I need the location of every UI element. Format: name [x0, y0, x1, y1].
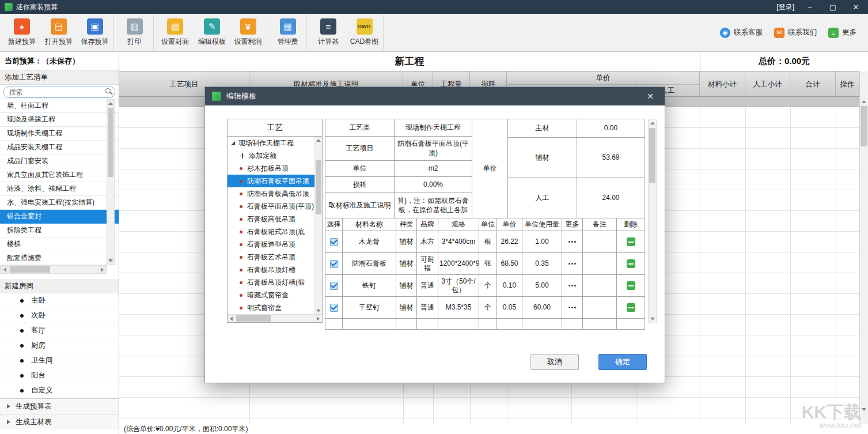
aux-material-value[interactable]: 53.69 — [577, 138, 645, 178]
delete-button[interactable] — [627, 237, 635, 246]
material-note-cell[interactable] — [583, 253, 617, 275]
tree-leaf-item[interactable]: 石膏板平面吊顶(平顶) — [228, 200, 314, 213]
craft-category-item[interactable]: 墙、柱面工程 — [0, 99, 119, 113]
confirm-button[interactable]: 确定 — [598, 354, 647, 370]
standard-value[interactable]: 算)，注：如需双层石膏板，在原价基础上各加 — [395, 193, 472, 218]
toolbar-button[interactable]: ✎ 编辑模板 — [194, 16, 230, 50]
scroll-up-button[interactable] — [315, 137, 322, 144]
material-usage-cell[interactable]: 0.35 — [522, 253, 562, 275]
toolbar-link[interactable]: ≡ 更多 — [828, 28, 856, 38]
room-item[interactable]: 主卧 — [0, 293, 119, 308]
scroll-up-button[interactable] — [107, 100, 114, 107]
material-type-cell[interactable]: 辅材 — [396, 231, 417, 253]
more-button[interactable] — [568, 285, 576, 286]
material-name-cell[interactable]: 防潮石膏板 — [343, 253, 396, 275]
scroll-right-button[interactable] — [314, 315, 322, 322]
toolbar-link[interactable]: ✉ 联系我们 — [774, 28, 817, 38]
scroll-left-button[interactable] — [1, 266, 9, 273]
scroll-up-button[interactable] — [649, 119, 656, 127]
tree-leaf-item[interactable]: 石膏板高低吊顶 — [228, 213, 314, 225]
scrollbar-thumb[interactable] — [108, 108, 113, 177]
checkbox-checked-icon[interactable] — [330, 304, 338, 312]
generate-budget-button[interactable]: 生成预算表 — [0, 398, 119, 414]
delete-button[interactable] — [627, 259, 635, 268]
material-name-cell[interactable]: 干壁钉 — [343, 297, 396, 319]
minimize-button[interactable]: – — [802, 3, 817, 12]
material-spec-cell[interactable]: 3寸（50个/包） — [438, 275, 479, 297]
material-spec-cell[interactable]: M3.5*35 — [438, 297, 479, 319]
material-unit-cell[interactable]: 张 — [479, 253, 497, 275]
material-price-cell[interactable]: 0.10 — [497, 275, 522, 297]
room-item[interactable]: 阳台 — [0, 368, 119, 383]
craft-list-scrollbar-horizontal[interactable] — [0, 265, 107, 274]
scroll-left-button[interactable] — [228, 315, 235, 322]
craft-category-item[interactable]: 楼梯 — [0, 237, 119, 251]
material-usage-cell[interactable]: 60.00 — [522, 297, 562, 319]
material-type-cell[interactable]: 辅材 — [396, 253, 417, 275]
material-type-cell[interactable]: 辅材 — [396, 297, 417, 319]
unit-value[interactable]: m2 — [395, 161, 472, 177]
more-button[interactable] — [568, 263, 576, 265]
toolbar-button[interactable]: ¥ 设置利润 — [230, 16, 267, 50]
tree-leaf-item[interactable]: 暗藏式窗帘盒 — [228, 289, 314, 301]
scroll-up-button[interactable] — [860, 97, 868, 105]
scroll-down-button[interactable] — [107, 257, 114, 265]
material-unit-cell[interactable]: 个 — [479, 297, 497, 319]
material-price-cell[interactable]: 68.50 — [497, 253, 522, 275]
craft-category-item[interactable]: 现场制作天棚工程 — [0, 127, 119, 141]
checkbox-checked-icon[interactable] — [330, 282, 338, 290]
material-type-cell[interactable]: 辅材 — [396, 275, 417, 297]
toolbar-button[interactable]: ▧ 设置封面 — [157, 16, 194, 50]
labor-value[interactable]: 24.00 — [577, 178, 645, 218]
craft-category-item[interactable]: 成品门窗安装 — [0, 154, 119, 168]
toolbar-button[interactable]: ▤ 打开预算 — [40, 16, 77, 50]
scroll-down-button[interactable] — [315, 307, 322, 314]
tree-leaf-item[interactable]: 石膏板造型吊顶 — [228, 238, 314, 251]
scrollbar-thumb[interactable] — [316, 160, 321, 214]
toolbar-button[interactable]: ▥ 打印 — [117, 16, 154, 50]
material-usage-cell[interactable]: 1.00 — [522, 231, 562, 253]
material-brand-cell[interactable]: 可耐福 — [417, 253, 438, 275]
craft-category-item[interactable]: 拆除类工程 — [0, 224, 119, 237]
maximize-button[interactable]: ▢ — [825, 3, 840, 12]
cancel-button[interactable]: 取消 — [530, 354, 579, 370]
material-brand-cell[interactable]: 木方 — [417, 231, 438, 253]
tree-leaf-item[interactable]: 石膏板吊顶灯槽(假 — [228, 276, 314, 289]
craft-category-item[interactable]: 油漆、涂料、裱糊工程 — [0, 182, 119, 196]
material-unit-cell[interactable]: 个 — [479, 275, 497, 297]
scrollbar-thumb[interactable] — [649, 128, 655, 183]
main-material-value[interactable]: 0.00 — [577, 119, 645, 138]
material-name-cell[interactable]: 铁钉 — [343, 275, 396, 297]
room-item[interactable]: 自定义 — [0, 383, 119, 398]
craft-category-item[interactable]: 配套措施费 — [0, 251, 119, 265]
room-item[interactable]: 次卧 — [0, 308, 119, 323]
craft-category-item[interactable]: 铝合金窗封 — [0, 210, 119, 224]
dialog-close-button[interactable]: ✕ — [643, 92, 658, 101]
tree-leaf-item[interactable]: 石膏板吊顶灯槽 — [228, 263, 314, 276]
craft-list-scrollbar-vertical[interactable] — [107, 99, 115, 265]
tree-leaf-item[interactable]: 明式窗帘盒 — [228, 301, 314, 314]
toolbar-button[interactable]: ▣ 保存预算 — [77, 16, 114, 50]
search-input[interactable] — [3, 86, 115, 98]
toolbar-button[interactable]: + 新建预算 — [3, 16, 40, 50]
material-unit-cell[interactable]: 根 — [479, 231, 497, 253]
craft-item-value[interactable]: 防潮石膏板平面吊顶(平顶) — [395, 137, 472, 161]
material-price-cell[interactable]: 26.22 — [497, 231, 522, 253]
material-name-cell[interactable]: 木龙骨 — [343, 231, 396, 253]
material-brand-cell[interactable]: 普通 — [417, 297, 438, 319]
checkbox-checked-icon[interactable] — [330, 238, 338, 246]
toolbar-button[interactable]: DWG CAD看图 — [347, 16, 384, 50]
craft-class-value[interactable]: 现场制作天棚工程 — [395, 119, 472, 137]
scrollbar-thumb[interactable] — [861, 106, 867, 146]
scroll-down-button[interactable] — [860, 405, 868, 413]
room-item[interactable]: 卫生间 — [0, 353, 119, 368]
tree-scrollbar-vertical[interactable] — [314, 137, 322, 314]
tree-leaf-item[interactable]: 防潮石膏板平面吊顶 — [228, 175, 314, 187]
more-button[interactable] — [568, 241, 576, 243]
material-brand-cell[interactable]: 普通 — [417, 275, 438, 297]
tree-leaf-item[interactable]: 杉木扣板吊顶 — [228, 162, 314, 175]
material-spec-cell[interactable]: 3*4*400cm — [438, 231, 479, 253]
tree-leaf-item[interactable]: 石膏板艺术吊顶 — [228, 251, 314, 263]
room-item[interactable]: 厨房 — [0, 338, 119, 353]
scrollbar-thumb[interactable] — [10, 266, 50, 273]
